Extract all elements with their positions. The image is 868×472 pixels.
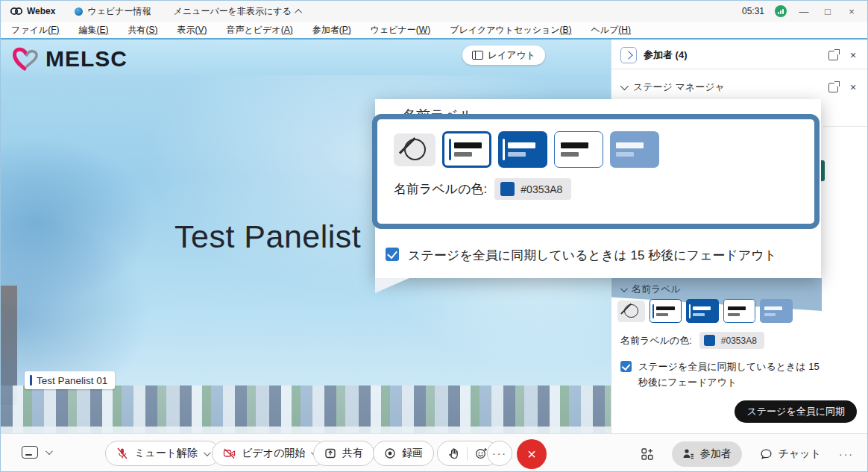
sync-stage-button[interactable]: ステージを全員に同期 (735, 400, 857, 423)
unmute-label: ミュート解除 (134, 447, 198, 460)
stage-manager-title: ステージ マネージャ (633, 81, 725, 94)
leave-meeting-button[interactable]: × (517, 439, 547, 469)
sync-fade-row: ステージを全員に同期しているときは 15 秒後にフェードアウト (611, 349, 868, 391)
name-label-accent-bar (30, 375, 32, 386)
captions-menu-button[interactable] (22, 446, 51, 459)
start-video-label: ビデオの開始 (242, 447, 305, 460)
menu-webinar[interactable]: ウェビナーW (371, 24, 430, 37)
menu-file[interactable]: ファイルF (11, 24, 59, 37)
label-style-none-option[interactable] (617, 300, 645, 322)
label-style-left-bar-option-selected[interactable] (650, 299, 682, 323)
chevron-down-icon[interactable] (620, 285, 628, 292)
chat-label: チャット (779, 447, 821, 461)
participants-toggle-button[interactable]: 参加者 (672, 441, 742, 467)
record-button[interactable]: 録画 (373, 441, 434, 466)
label-style-none-option[interactable] (394, 133, 435, 166)
name-label-style-options (611, 299, 868, 323)
stage-manager-popout-button[interactable] (826, 81, 840, 94)
overflow-menu-button[interactable]: ··· (839, 448, 854, 460)
menu-audio-video[interactable]: 音声とビデオA (227, 24, 293, 37)
hide-menu-bar-button[interactable]: メニューバーを非表示にする (174, 5, 302, 18)
webinar-info-button[interactable]: ウェビナー情報 (75, 5, 151, 18)
record-icon (384, 447, 396, 459)
menu-breakout[interactable]: ブレイクアウトセッションB (450, 24, 571, 37)
webex-app-name: Webex (27, 6, 55, 16)
color-swatch (500, 182, 515, 196)
reactions-icon[interactable] (475, 447, 488, 459)
participants-icon (682, 448, 694, 459)
label-style-translucent-option[interactable] (760, 299, 793, 323)
magnifier-callout: 名前ラベルの色: #0353A8 (372, 114, 820, 229)
name-label-color-picker[interactable]: #0353A8 (699, 332, 764, 349)
raise-hand-icon[interactable] (448, 447, 459, 459)
more-options-button[interactable]: ··· (487, 441, 512, 466)
captions-icon (22, 446, 38, 459)
minimize-button[interactable]: — (797, 6, 811, 17)
hide-menu-bar-label: メニューバーを非表示にする (174, 5, 292, 18)
webex-window: Webex ウェビナー情報 メニューバーを非表示にする 05:31 — □ × … (0, 0, 868, 472)
close-icon: × (850, 50, 856, 60)
menu-view[interactable]: 表示V (177, 24, 207, 37)
participants-expand-button[interactable] (620, 47, 637, 63)
share-label: 共有 (342, 447, 363, 460)
panel-divider (823, 126, 868, 127)
chevron-down-icon (204, 449, 211, 456)
name-label-section: 名前ラベル 名前ラベルの色: #0353A8 ステージを全員に同期しているときは… (611, 280, 868, 391)
layout-grid-icon (472, 51, 483, 60)
toolbar-right-group: 参加者 チャット ··· (641, 434, 854, 472)
more-icon: ··· (492, 447, 507, 459)
menu-share[interactable]: 共有S (128, 24, 157, 37)
name-label-color-row-zoomed: 名前ラベルの色: #0353A8 (377, 168, 814, 200)
stage-manager-close-button[interactable]: × (846, 81, 860, 94)
layout-button-label: レイアウト (488, 49, 535, 62)
label-style-left-bar-option-selected[interactable] (442, 131, 491, 168)
city-skyline (1, 386, 611, 433)
chat-icon (760, 448, 773, 460)
webex-brand: Webex (10, 6, 55, 16)
webinar-info-icon (75, 7, 83, 16)
chat-button[interactable]: チャット (760, 447, 821, 461)
participants-close-button[interactable]: × (846, 48, 860, 62)
label-style-outline-option[interactable] (723, 299, 756, 323)
menu-edit[interactable]: 編集E (78, 24, 108, 37)
sync-fade-label: ステージを全員に同期しているときは 15 秒後にフェードアウト (638, 359, 831, 391)
close-icon: × (850, 82, 856, 92)
layout-button[interactable]: レイアウト (462, 45, 545, 65)
panel-divider (611, 69, 868, 69)
melsc-heart-icon (11, 45, 41, 72)
chevron-up-icon (295, 8, 302, 16)
unmute-button[interactable]: ミュート解除 (105, 441, 220, 466)
close-window-button[interactable]: × (845, 6, 858, 17)
name-label-color-row: 名前ラベルの色: #0353A8 (611, 323, 868, 349)
maximize-button[interactable]: □ (821, 6, 834, 17)
start-video-button[interactable]: ビデオの開始 (212, 441, 327, 466)
connection-quality-icon[interactable] (775, 5, 787, 17)
label-style-translucent-option[interactable] (610, 131, 659, 168)
chevron-down-icon (45, 447, 53, 455)
sync-fade-checkbox[interactable] (620, 361, 632, 372)
title-bar-right: 05:31 — □ × (742, 5, 867, 17)
share-button[interactable]: 共有 (313, 441, 374, 466)
sync-fade-checkbox[interactable] (386, 248, 399, 261)
label-style-filled-option[interactable] (498, 131, 547, 168)
label-style-filled-option[interactable] (686, 299, 719, 323)
menu-help[interactable]: ヘルプH (591, 24, 632, 37)
close-icon: × (527, 446, 536, 463)
label-style-outline-option[interactable] (554, 131, 603, 168)
name-label-style-options-zoomed (377, 119, 814, 168)
menu-participants[interactable]: 参加者P (312, 24, 351, 37)
record-label: 録画 (402, 447, 423, 460)
apps-icon[interactable] (641, 447, 654, 461)
webex-logo-icon (10, 6, 23, 16)
control-toolbar: ミュート解除 ビデオの開始 共有 録画 (1, 433, 867, 472)
chevron-down-icon[interactable] (620, 82, 629, 90)
title-bar: Webex ウェビナー情報 メニューバーを非表示にする 05:31 — □ × (1, 1, 867, 22)
name-label-color-picker[interactable]: #0353A8 (494, 178, 571, 200)
popout-icon (828, 83, 838, 92)
name-label-color-label: 名前ラベルの色: (620, 334, 692, 347)
participants-popout-button[interactable] (826, 48, 840, 62)
participants-panel-header: 参加者 (4) × (611, 42, 868, 69)
active-speaker-name: Test Panelist (174, 218, 361, 255)
participants-toggle-label: 参加者 (700, 447, 732, 461)
no-label-icon (624, 304, 638, 318)
